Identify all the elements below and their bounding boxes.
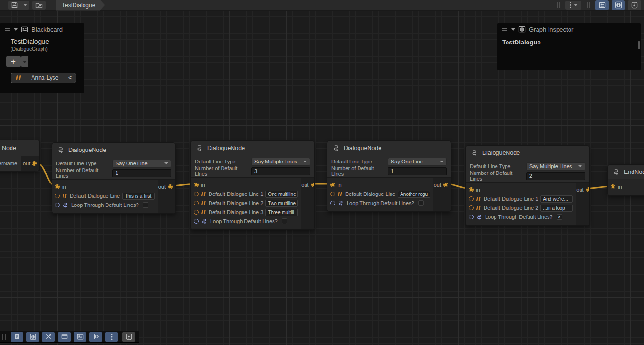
bolt-button[interactable] <box>122 332 135 342</box>
open-asset-button[interactable] <box>32 1 46 10</box>
blackboard-toggle-button[interactable] <box>595 0 609 10</box>
field-label: Default Line Type <box>470 163 526 169</box>
dialogue-line-port[interactable] <box>194 201 199 205</box>
toolbar-options-button[interactable] <box>565 1 581 10</box>
toolbar-drag-grip[interactable] <box>2 334 6 340</box>
in-port-label: in <box>476 187 480 193</box>
info-icon <box>518 26 526 33</box>
add-property-button[interactable]: + <box>6 56 21 67</box>
line-type-dropdown[interactable]: Say Multiple Lines <box>526 162 585 171</box>
quote-icon <box>476 205 481 210</box>
loop-port[interactable] <box>330 201 335 205</box>
collapse-chevron[interactable]: < <box>68 75 72 81</box>
num-lines-input[interactable]: 1 <box>112 169 171 177</box>
dialogue-line-input[interactable]: One multiline <box>265 191 298 198</box>
dialogue-node-2[interactable]: DialogueNode Default Line Type Say Multi… <box>190 140 315 230</box>
graph-tab[interactable]: TestDialogue <box>56 0 105 11</box>
dialogue-line-label: Default Dialogue Line 3 <box>209 209 263 215</box>
loop-port[interactable] <box>194 219 199 224</box>
blackboard-panel[interactable]: Blackboard TestDialogue (DialogueGraph) … <box>0 23 84 93</box>
dialogue-line-input[interactable]: And we're... <box>540 195 573 203</box>
in-port[interactable] <box>330 183 335 187</box>
dialogue-line-port[interactable] <box>194 210 199 215</box>
save-button[interactable] <box>8 1 21 10</box>
graph-canvas[interactable]: Node kerName out DialogueNode Default L <box>0 11 644 345</box>
dialogue-line-input[interactable]: ...in a loop <box>540 205 573 212</box>
dialogue-line-port[interactable] <box>330 192 335 196</box>
node-title[interactable]: Node <box>0 140 39 156</box>
in-port[interactable] <box>55 184 60 189</box>
in-port[interactable] <box>194 183 199 187</box>
chevron-down-icon <box>574 4 578 6</box>
blackboard-property-anna-lyse[interactable]: Anna-Lyse < <box>11 73 76 83</box>
dialogue-node-1[interactable]: DialogueNode Default Line Type Say One L… <box>52 142 176 214</box>
dialogue-line-port[interactable] <box>194 192 199 196</box>
kebab-menu-icon <box>570 2 571 8</box>
panel-title: Graph Inspector <box>529 26 573 33</box>
drag-handle-icon[interactable] <box>502 27 508 32</box>
num-lines-input[interactable]: 3 <box>251 167 310 175</box>
field-label: Number of Default Lines <box>195 165 251 177</box>
node-title[interactable]: DialogueNode <box>466 146 589 160</box>
speaker-node-partial[interactable]: Node kerName out <box>0 140 40 171</box>
drag-handle-icon[interactable] <box>4 27 11 32</box>
node-title[interactable]: DialogueNode <box>52 143 175 157</box>
add-property-dropdown-button[interactable] <box>21 56 28 67</box>
loop-port[interactable] <box>469 215 474 219</box>
out-port-label: out <box>576 187 583 193</box>
folder-open-icon <box>35 2 43 9</box>
in-port[interactable] <box>469 187 474 192</box>
in-port-label: in <box>201 182 205 188</box>
out-port[interactable] <box>586 187 590 192</box>
node-title[interactable]: DialogueNode <box>327 141 451 155</box>
out-port[interactable] <box>32 161 37 166</box>
bolt-icon <box>126 334 132 340</box>
loop-checkbox[interactable]: ✔ <box>557 214 562 220</box>
graph-inspector-toggle-button[interactable] <box>612 0 625 10</box>
line-type-dropdown[interactable]: Say One Line <box>388 158 447 166</box>
line-type-dropdown[interactable]: Say One Line <box>112 160 171 168</box>
quote-icon <box>62 194 67 198</box>
window-button[interactable] <box>58 332 71 342</box>
dialogue-line-port[interactable] <box>55 194 60 198</box>
more-options-button[interactable] <box>105 332 118 342</box>
in-port[interactable] <box>611 184 615 189</box>
node-title[interactable]: DialogueNode <box>191 141 314 155</box>
show-script-button[interactable] <box>11 332 23 342</box>
dialogue-node-4[interactable]: DialogueNode Default Line Type Say Multi… <box>465 145 590 226</box>
dialogue-line-input[interactable]: Two multiline <box>265 200 298 207</box>
dialogue-line-port[interactable] <box>469 196 474 201</box>
blackboard-graph-name[interactable]: TestDialogue <box>11 38 84 45</box>
play-preview-button[interactable] <box>89 332 102 342</box>
loop-checkbox[interactable] <box>418 200 424 206</box>
out-port[interactable] <box>311 183 315 187</box>
dialogue-line-input[interactable]: This is a first <box>122 193 155 200</box>
graph-inspector-panel[interactable]: Graph Inspector TestDialogue <box>497 23 641 70</box>
loop-checkbox[interactable] <box>143 202 148 208</box>
dialogue-line-input[interactable]: Another regu <box>398 191 430 198</box>
num-lines-input[interactable]: 1 <box>388 167 447 175</box>
line-type-dropdown[interactable]: Say Multiple Lines <box>251 158 310 166</box>
loop-port[interactable] <box>55 203 60 207</box>
collapse-caret-icon[interactable] <box>511 28 515 31</box>
loop-checkbox[interactable] <box>282 218 287 224</box>
field-label: Number of Default Lines <box>470 170 526 182</box>
end-node[interactable]: EndNode in <box>607 164 644 196</box>
show-inspector-button[interactable] <box>26 332 39 342</box>
out-port[interactable] <box>443 183 448 187</box>
graph-inspector-header[interactable]: Graph Inspector <box>497 23 641 35</box>
dialogue-line-input[interactable]: Three multili <box>265 209 298 216</box>
dialogue-node-3[interactable]: DialogueNode Default Line Type Say One L… <box>327 140 451 212</box>
toolbar-separator <box>587 2 590 8</box>
save-dropdown-button[interactable] <box>21 1 29 10</box>
blackboard-button[interactable] <box>74 332 86 342</box>
collapse-caret-icon[interactable] <box>14 28 18 31</box>
blackboard-header[interactable]: Blackboard <box>0 23 84 35</box>
out-port[interactable] <box>168 184 173 189</box>
inspector-scrollbar[interactable] <box>638 41 640 49</box>
preview-toggle-button[interactable] <box>628 0 641 10</box>
dialogue-line-port[interactable] <box>469 205 474 210</box>
tools-button[interactable] <box>42 332 55 342</box>
node-title[interactable]: EndNode <box>608 165 644 179</box>
num-lines-input[interactable]: 2 <box>526 172 585 180</box>
